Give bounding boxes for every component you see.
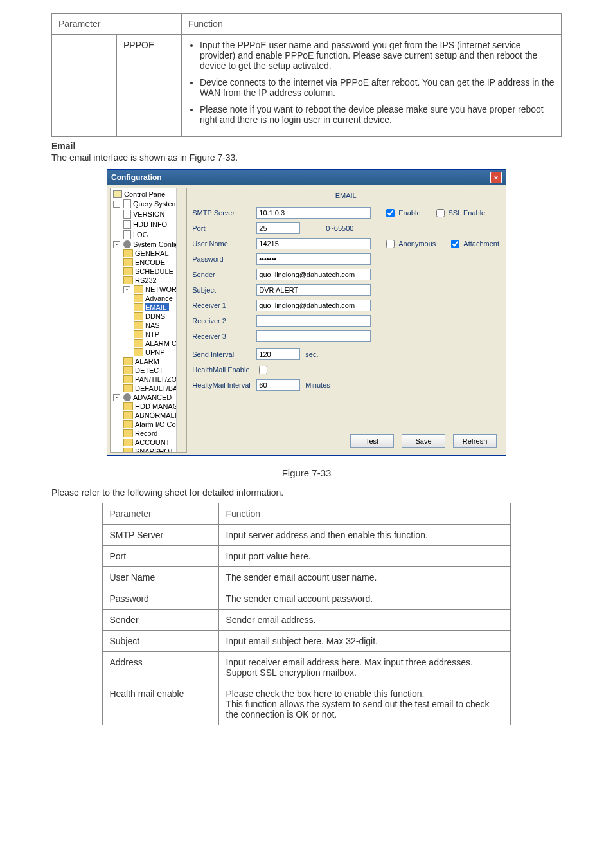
attachment-checkbox[interactable] [451, 240, 459, 248]
folder-icon [123, 384, 133, 392]
receiver3-input[interactable] [256, 330, 371, 342]
figure-caption: Figure 7-33 [51, 467, 562, 478]
tree-item-schedule[interactable]: SCHEDULE [111, 267, 186, 276]
collapse-icon[interactable]: - [113, 241, 120, 248]
tree-item-query-system-info[interactable]: -Query System Info [111, 199, 186, 209]
param-cell: Subject [103, 631, 219, 652]
func-cell: Input receiver email address here. Max i… [219, 652, 510, 683]
tree-label: RS232 [135, 276, 157, 284]
tree-item-advance[interactable]: Advance [111, 294, 186, 303]
tree-item-account[interactable]: ACCOUNT [111, 438, 186, 447]
tree-item-abnormality[interactable]: ABNORMALITY [111, 411, 186, 420]
tree-item-advanced[interactable]: -ADVANCED [111, 393, 186, 402]
save-button[interactable]: Save [402, 434, 445, 448]
table-row: PasswordThe sender email account passwor… [103, 588, 510, 610]
param-cell: Port [103, 546, 219, 567]
tree-label: GENERAL [135, 249, 169, 257]
page-icon [123, 230, 131, 239]
email-intro: The email interface is shown as in Figur… [51, 152, 562, 163]
tree-item-hdd-management[interactable]: HDD MANAGEMENT [111, 402, 186, 411]
tree-label: ALARM [135, 357, 159, 365]
folder-icon [134, 321, 143, 329]
healthmail-interval-label: HealtyMail Interval [192, 381, 256, 389]
tree-item-nas[interactable]: NAS [111, 321, 186, 330]
ssl-checkbox[interactable] [436, 209, 445, 217]
sendinterval-input[interactable] [256, 348, 300, 360]
tree-item-hdd-info[interactable]: HDD INFO [111, 219, 186, 230]
sender-input[interactable] [256, 269, 371, 280]
tree-label: LOG [133, 231, 148, 239]
tree-item-snapshot[interactable]: SNAPSHOT [111, 447, 186, 453]
func-cell: Input server address and then enable thi… [219, 525, 510, 546]
enable-checkbox[interactable] [386, 209, 395, 217]
nav-tree[interactable]: Control Panel-Query System InfoVERSIONHD… [110, 188, 187, 453]
tree-item-ddns[interactable]: DDNS [111, 312, 186, 321]
folder-icon [123, 448, 133, 453]
tree-item-log[interactable]: LOG [111, 230, 186, 240]
close-icon[interactable]: × [490, 172, 502, 183]
folder-icon [123, 411, 133, 419]
table-row: SenderSender email address. [103, 610, 510, 631]
collapse-icon[interactable]: - [113, 394, 120, 401]
func-cell: Input port value here. [219, 546, 510, 567]
gear-icon [123, 393, 131, 401]
refresh-button[interactable]: Refresh [453, 434, 497, 448]
test-button[interactable]: Test [350, 434, 394, 448]
reference-table: Parameter Function SMTP ServerInput serv… [102, 503, 510, 725]
pppoe-param-cell: PPPOE [117, 35, 182, 137]
username-input[interactable] [256, 238, 371, 249]
pppoe-empty-cell [52, 35, 117, 137]
tree-item-control-panel[interactable]: Control Panel [111, 190, 186, 199]
port-input[interactable] [256, 222, 300, 234]
anonymous-checkbox[interactable] [386, 240, 395, 248]
receiver1-label: Receiver 1 [192, 302, 256, 309]
sendinterval-hint: sec. [305, 350, 318, 358]
window-title: Configuration [111, 173, 162, 182]
tree-item-encode[interactable]: ENCODE [111, 258, 186, 267]
tree-item-system-config[interactable]: -System Config [111, 240, 186, 249]
folder-icon [134, 294, 143, 302]
tree-label: HDD INFO [133, 221, 167, 228]
folder-icon [123, 366, 133, 374]
folder-icon [123, 439, 133, 446]
healthmail-enable-checkbox[interactable] [259, 366, 267, 374]
tree-item-ntp[interactable]: NTP [111, 330, 186, 339]
collapse-icon[interactable]: - [113, 201, 120, 208]
tree-item-email[interactable]: EMAIL [111, 303, 186, 312]
table-row: AddressInput receiver email address here… [103, 652, 510, 683]
gear-icon [123, 240, 131, 248]
username-label: User Name [192, 240, 256, 248]
tree-item-general[interactable]: GENERAL [111, 249, 186, 258]
healthmail-interval-input[interactable] [256, 379, 300, 391]
tree-item-default-backup[interactable]: DEFAULT/BACKUP [111, 384, 186, 393]
collapse-icon[interactable]: - [123, 286, 130, 293]
receiver1-input[interactable] [256, 300, 371, 311]
anonymous-label: Anonymous [398, 240, 436, 248]
param-cell: Sender [103, 610, 219, 631]
param-cell: User Name [103, 567, 219, 588]
sendinterval-label: Send Interval [192, 350, 256, 358]
func-cell: The sender email account user name. [219, 567, 510, 588]
tree-item-alarm-center[interactable]: ALARM CENTER [111, 339, 186, 348]
folder-icon [123, 276, 133, 284]
tree-scrollbar[interactable] [176, 188, 186, 452]
tree-item-version[interactable]: VERSION [111, 209, 186, 219]
pppoe-function-cell: Input the PPPoE user name and password y… [182, 35, 562, 137]
tree-item-detect[interactable]: DETECT [111, 366, 186, 375]
smtp-label: SMTP Server [192, 209, 256, 217]
tree-item-rs232[interactable]: RS232 [111, 276, 186, 285]
smtp-input[interactable] [256, 207, 371, 219]
receiver2-input[interactable] [256, 315, 371, 327]
tree-item-network[interactable]: -NETWORK [111, 285, 186, 294]
tree-item-upnp[interactable]: UPNP [111, 348, 186, 357]
tree-item-alarm-i-o-config[interactable]: Alarm I/O Config [111, 420, 186, 429]
tree-item-record[interactable]: Record [111, 429, 186, 438]
subject-input[interactable] [256, 284, 371, 296]
tree-item-pan-tilt-zoom[interactable]: PAN/TILT/ZOOM [111, 375, 186, 384]
table-row: PortInput port value here. [103, 546, 510, 567]
password-input[interactable] [256, 253, 371, 265]
healthmail-enable-label: HealthMail Enable [192, 366, 256, 374]
func-cell: Input email subject here. Max 32-digit. [219, 631, 510, 652]
tree-item-alarm[interactable]: ALARM [111, 357, 186, 366]
tree-label: UPNP [145, 348, 165, 356]
